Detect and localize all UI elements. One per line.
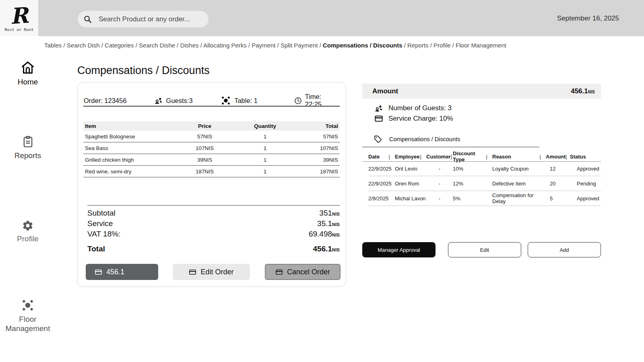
sidebar-label-profile: Profile — [2, 234, 54, 243]
order-card: Order: 123456 Guests:3 Table: 1 Time: 22… — [77, 82, 346, 287]
clipboard-icon — [21, 135, 35, 148]
logo-monogram: R — [9, 4, 29, 28]
service-charge-line: Service Charge: 10% — [374, 114, 453, 123]
gear-icon — [22, 220, 34, 232]
home-icon — [21, 60, 35, 75]
app-screen: Search Product or any order... September… — [0, 0, 644, 362]
cancel-order-button[interactable]: Cancel Order — [265, 264, 341, 280]
order-totals: Subtotal 351NIS Service 35.1NIS VAT 18%:… — [87, 208, 340, 240]
amount-value: 456.1NIS — [571, 87, 595, 95]
guests-icon — [374, 104, 383, 113]
breadcrumb-current: Compensations / Discounts — [323, 42, 402, 49]
col-date: Date — [368, 154, 395, 160]
service-line: Service 35.1NIS — [87, 219, 340, 229]
col-status: Status — [570, 154, 601, 160]
floor-table-icon — [21, 298, 35, 312]
edit-order-button[interactable]: Edit Order — [173, 264, 250, 280]
card-icon — [95, 268, 102, 276]
current-date: September 16, 2025 — [557, 14, 619, 23]
comp-table-header: Date Employee Customer Discount Type Rea… — [368, 150, 601, 159]
order-number: Order: 123456 — [84, 97, 154, 105]
item-row[interactable]: Sea Bass 107NIS 1 107NIS — [83, 142, 340, 154]
col-discount-type: Discount Type — [453, 150, 492, 162]
sidebar-label-home: Home — [2, 77, 54, 86]
sidebar-label-floor-management: Floor Management — [2, 315, 54, 333]
sidebar-item-floor-management[interactable]: Floor Management — [2, 298, 54, 333]
col-amount: Amount — [546, 154, 570, 160]
col-quantity: Quantity — [235, 123, 295, 129]
sidebar-item-profile[interactable]: Profile — [2, 220, 54, 243]
item-row[interactable]: Red wine, semi-dry 187NIS 1 187NIS — [83, 166, 340, 177]
breadcrumb-suffix[interactable]: / Reports / Profile / Floor Management — [402, 42, 506, 49]
compensations-panel: Amount 456.1NIS Number of Guests: 3 Serv… — [362, 84, 601, 261]
order-guests: Guests:3 — [154, 96, 221, 105]
sidebar-item-reports[interactable]: Reports — [2, 135, 54, 160]
sidebar-label-reports: Reports — [2, 151, 54, 160]
card-icon — [374, 114, 383, 123]
comp-row[interactable]: 22/9/2025 Orit Levin - 10% Loyalty Coupo… — [368, 161, 601, 176]
search-placeholder: Search Product or any order... — [99, 15, 190, 23]
guests-icon — [154, 96, 163, 105]
order-divider-top — [83, 106, 340, 107]
search-input[interactable]: Search Product or any order... — [78, 11, 208, 27]
sidebar-item-home[interactable]: Home — [2, 60, 54, 86]
order-table: Table: 1 — [221, 95, 294, 106]
tag-icon — [374, 135, 382, 144]
comp-row[interactable]: 22/9/2025 Oren Rom - 12% Defective Item … — [368, 176, 601, 191]
order-items-table: Item Price Quantity Total Spaghetti Bolo… — [83, 121, 340, 177]
comp-row[interactable]: 2/9/2025 Michal Lavon - 5% Compensation … — [368, 191, 601, 206]
breadcrumb-prefix[interactable]: Tables / Search Dish / Categories / Sear… — [44, 42, 323, 49]
total-line: Total 456.1NIS — [87, 245, 340, 253]
table-icon — [221, 95, 231, 106]
vat-line: VAT 18%: 69.498NIS — [87, 229, 340, 240]
col-price: Price — [175, 123, 235, 129]
col-total: Total — [295, 123, 338, 129]
item-row[interactable]: Spaghetti Bolognese 57NIS 1 57NIS — [83, 131, 340, 142]
amount-bar: Amount 456.1NIS — [362, 84, 601, 99]
col-customer: Customer — [426, 154, 453, 160]
search-icon — [83, 15, 92, 24]
col-item: Item — [85, 123, 175, 129]
card-icon — [275, 268, 283, 276]
add-compensation-button[interactable]: Add — [528, 242, 601, 257]
manager-approval-button[interactable]: Manager Approval — [362, 242, 436, 257]
card-icon — [189, 268, 196, 276]
col-reason: Reason — [492, 154, 546, 160]
compensations-section-title: Compensations / Discounts — [374, 135, 460, 144]
page-title: Compensations / Discounts — [77, 64, 210, 77]
item-row[interactable]: Grilled chicken thigh 39NIS 1 39NIS — [83, 154, 340, 166]
top-bar: Search Product or any order... September… — [0, 0, 644, 36]
col-employee: Employee — [395, 154, 426, 160]
amount-label: Amount — [372, 87, 398, 95]
order-divider-totals — [87, 205, 340, 206]
pay-amount-button[interactable]: 456.1 — [86, 264, 158, 280]
edit-compensation-button[interactable]: Edit — [448, 242, 521, 257]
subtotal-line: Subtotal 351NIS — [87, 208, 340, 219]
app-logo[interactable]: R Rest or Rent — [0, 0, 38, 36]
clock-icon — [294, 97, 302, 105]
breadcrumb: Tables / Search Dish / Categories / Sear… — [44, 42, 506, 49]
items-header-row: Item Price Quantity Total — [83, 121, 340, 131]
guests-count-line: Number of Guests: 3 — [374, 104, 452, 113]
section-underline — [362, 147, 539, 147]
